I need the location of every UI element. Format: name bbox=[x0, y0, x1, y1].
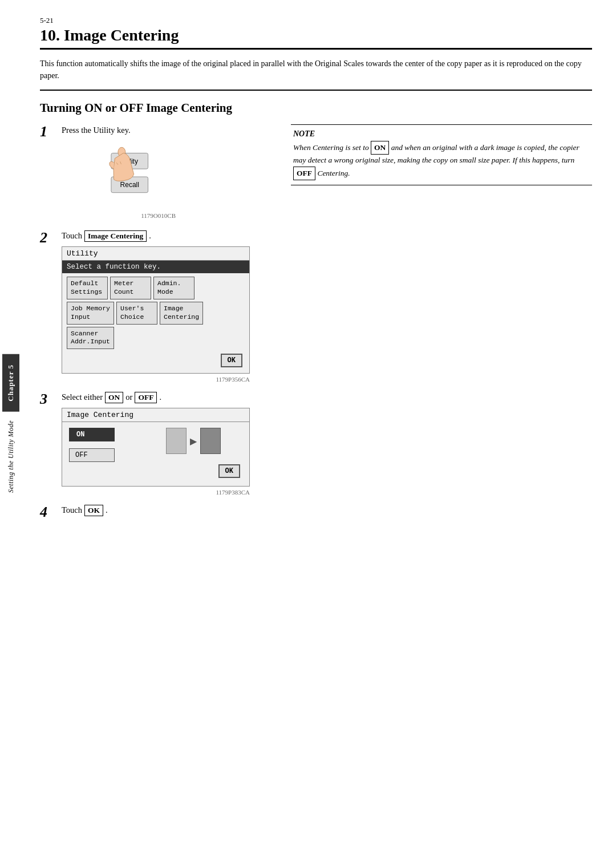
intro-text: This function automatically shifts the i… bbox=[40, 58, 592, 91]
ic-on-button[interactable]: ON bbox=[69, 428, 115, 441]
utility-recall-diagram: Utility Recall bbox=[73, 143, 176, 219]
section-heading: Turning ON or OFF Image Centering bbox=[40, 101, 592, 115]
chapter-title: 10. Image Centering bbox=[40, 26, 592, 50]
screen-btn-users-choice[interactable]: User'sChoice bbox=[116, 302, 157, 325]
step-number-1: 1 bbox=[40, 124, 58, 139]
diagram-caption-1: 1179O010CB bbox=[73, 212, 176, 219]
screen-body-utility: DefaultSettings MeterCount Admin.Mode Jo… bbox=[62, 273, 249, 374]
note-text-part5: Centering. bbox=[317, 169, 350, 177]
screen-btn-job-memory-input[interactable]: Job MemoryInput bbox=[67, 302, 114, 325]
step-3-key2: OFF bbox=[135, 392, 157, 403]
utility-diagram-svg: Utility Recall bbox=[73, 143, 176, 211]
screen-btn-image-centering[interactable]: ImageCentering bbox=[160, 302, 203, 325]
screen-header-utility: Utility bbox=[62, 247, 249, 261]
step-2-key: Image Centering bbox=[84, 230, 147, 242]
ic-screen-body: ON OFF ▶ OK bbox=[62, 422, 249, 486]
screen-btn-scanner-addr-input[interactable]: ScannerAddr.Input bbox=[67, 327, 114, 350]
screen-row-1: DefaultSettings MeterCount Admin.Mode bbox=[67, 277, 245, 299]
ic-paper-right bbox=[200, 428, 221, 454]
ic-screen-header: Image Centering bbox=[62, 408, 249, 422]
ic-screen-mockup: Image Centering ON OFF ▶ bbox=[62, 408, 250, 487]
step-3-middle: or bbox=[125, 392, 132, 402]
sidebar: Chapter 5 Setting the Utility Mode bbox=[0, 0, 22, 847]
screen-row-2: Job MemoryInput User'sChoice ImageCenter… bbox=[67, 302, 245, 325]
screen-ok-row: OK bbox=[67, 351, 245, 370]
ic-ok-row: OK bbox=[69, 462, 242, 480]
screen-row-3: ScannerAddr.Input bbox=[67, 327, 245, 350]
step-4-suffix: . bbox=[106, 505, 108, 515]
step-number-3: 3 bbox=[40, 392, 58, 407]
sidebar-utility-label: Setting the Utility Mode bbox=[7, 420, 15, 493]
step-2-prefix: Touch bbox=[62, 231, 82, 241]
step-3-prefix: Select either bbox=[62, 392, 103, 402]
step-4-row: 4 Touch OK . bbox=[40, 505, 592, 521]
screen-btn-meter-count[interactable]: MeterCount bbox=[110, 277, 151, 299]
step-number-2: 2 bbox=[40, 230, 58, 245]
step-1-text: Press the Utility key. bbox=[62, 124, 176, 137]
utility-screen-mockup: Utility Select a function key. DefaultSe… bbox=[62, 246, 250, 374]
step-2-text: Touch Image Centering . bbox=[62, 230, 250, 242]
note-box: NOTE When Centering is set to ON and whe… bbox=[291, 124, 592, 185]
ic-paper-left bbox=[166, 428, 187, 454]
step-4-text: Touch OK . bbox=[62, 505, 108, 516]
svg-text:Recall: Recall bbox=[120, 181, 139, 189]
step-1-row: 1 Press the Utility key. Utility Recall bbox=[40, 124, 592, 221]
step-3-key1: ON bbox=[105, 392, 123, 403]
note-text-part1: When Centering is set to bbox=[293, 143, 369, 152]
screen-caption-2: 1179P356CA bbox=[62, 376, 250, 383]
ic-ok-btn[interactable]: OK bbox=[218, 464, 240, 478]
step-4-prefix: Touch bbox=[62, 505, 82, 515]
note-off-key: OFF bbox=[293, 167, 315, 180]
note-title: NOTE bbox=[293, 129, 590, 139]
note-on-key: ON bbox=[371, 141, 389, 155]
page-number: 5-21 bbox=[40, 16, 592, 25]
screen-subheader-utility: Select a function key. bbox=[62, 261, 249, 273]
screen-btn-default-settings[interactable]: DefaultSettings bbox=[67, 277, 108, 299]
step-4-key: OK bbox=[84, 505, 103, 516]
sidebar-chapter-label: Chapter 5 bbox=[2, 354, 19, 412]
ic-arrow-icon: ▶ bbox=[190, 436, 197, 447]
step-2-row: 2 Touch Image Centering . Utility Select… bbox=[40, 230, 592, 383]
ic-off-button[interactable]: OFF bbox=[69, 448, 115, 462]
step-3-text: Select either ON or OFF . bbox=[62, 392, 250, 403]
step-1-left: 1 Press the Utility key. Utility Recall bbox=[40, 124, 285, 221]
steps-container: 1 Press the Utility key. Utility Recall bbox=[40, 124, 592, 530]
main-content: 5-21 10. Image Centering This function a… bbox=[22, 0, 616, 546]
step-2-suffix: . bbox=[149, 231, 151, 241]
ic-preview-area: ▶ bbox=[166, 428, 221, 454]
note-text: When Centering is set to ON and when an … bbox=[293, 141, 590, 180]
screen-caption-3: 1179P383CA bbox=[62, 489, 250, 496]
step-number-4: 4 bbox=[40, 505, 58, 520]
screen-btn-admin-mode[interactable]: Admin.Mode bbox=[153, 277, 194, 299]
screen-ok-btn[interactable]: OK bbox=[221, 354, 242, 367]
step-3-row: 3 Select either ON or OFF . Image Center… bbox=[40, 392, 592, 496]
step-1-note: NOTE When Centering is set to ON and whe… bbox=[285, 124, 592, 185]
step-3-suffix: . bbox=[159, 392, 161, 402]
